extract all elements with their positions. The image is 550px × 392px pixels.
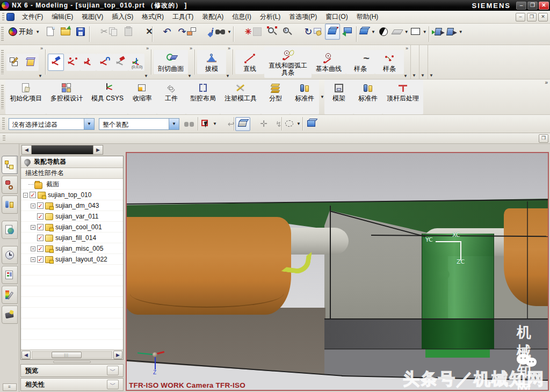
parting-button[interactable]: 分型 xyxy=(261,79,290,114)
studio-spline-button[interactable]: 样条 xyxy=(375,50,404,74)
tree-row-dm[interactable]: + ✓ sujian_dm_043 xyxy=(21,200,123,211)
expand-icon[interactable]: + xyxy=(31,204,35,208)
resource-tab-constraint-navigator[interactable] xyxy=(2,176,18,194)
window-minimize-button[interactable]: – xyxy=(516,2,526,10)
rotate-view-button[interactable]: ↻ xyxy=(295,24,310,40)
overflow-chevron-icon[interactable]: » xyxy=(190,46,192,51)
standard-parts-button[interactable]: 标准件 xyxy=(290,79,319,114)
menu-help[interactable]: 帮助(H) xyxy=(352,11,383,23)
chevron-down-icon[interactable]: ﹀ xyxy=(107,380,119,389)
panel-splitter[interactable] xyxy=(20,360,124,364)
expand-icon[interactable]: + xyxy=(31,257,35,262)
pan-view-button[interactable] xyxy=(310,24,325,40)
mold-base-button[interactable]: 模架 xyxy=(324,79,353,114)
snap-point-button[interactable]: ✛ xyxy=(250,117,265,131)
toolbar-grip[interactable] xyxy=(1,85,4,110)
snap-curve-button[interactable]: ↯ xyxy=(265,117,280,131)
document-restore-button[interactable]: ❐ xyxy=(527,13,537,21)
checkbox-icon[interactable]: ✓ xyxy=(37,213,44,220)
menu-window[interactable]: 窗口(O) xyxy=(321,11,352,23)
ejector-post-button[interactable]: 顶杆后处理 xyxy=(382,79,423,114)
toolbar-options-icon[interactable]: ▼ xyxy=(187,74,192,78)
overflow-chevron-icon[interactable]: » xyxy=(406,46,408,51)
line-arc-toolbar-button[interactable]: 直线和圆弧工 具条 xyxy=(264,47,312,78)
toolbar-options-icon[interactable]: ▼ xyxy=(421,73,425,78)
scroll-track[interactable] xyxy=(32,351,112,359)
expand-icon[interactable]: + xyxy=(31,225,35,230)
toolbar-options-icon[interactable]: ▼ xyxy=(38,74,42,78)
resource-tab-roles[interactable] xyxy=(2,306,18,324)
scroll-right-icon[interactable]: ▶ xyxy=(93,146,103,154)
tree-row-cool[interactable]: + ✓ sujian_cool_001 xyxy=(21,222,123,233)
menu-preferences[interactable]: 首选项(P) xyxy=(285,11,321,23)
sketch-button[interactable] xyxy=(6,54,23,71)
menu-file[interactable]: 文件(F) xyxy=(18,11,47,23)
overflow-chevron-icon[interactable]: » xyxy=(545,79,548,85)
resource-tab-visualization[interactable] xyxy=(2,286,18,304)
shrinkage-button[interactable]: 收缩率 xyxy=(128,79,157,114)
wcs-axis-line[interactable] xyxy=(460,241,461,260)
toolbar-options-icon[interactable]: ▼ xyxy=(403,74,408,78)
scroll-left-icon[interactable]: ◀ xyxy=(21,351,31,359)
snap-shaded-button[interactable] xyxy=(235,117,250,131)
zoom-disabled-button[interactable] xyxy=(250,24,265,40)
menu-edit[interactable]: 编辑(E) xyxy=(47,11,77,23)
csys-offset-button[interactable] xyxy=(112,54,128,71)
toolbar-options-icon[interactable]: ▼ xyxy=(429,73,433,78)
checkbox-icon[interactable]: ✓ xyxy=(37,245,44,252)
tree-row-fill[interactable]: ✓ sujian_fill_014 xyxy=(21,233,123,243)
resource-bar-scroll-button[interactable]: ≡ xyxy=(3,383,17,391)
resource-tab-assembly-navigator[interactable] xyxy=(2,156,18,174)
preview-section-header[interactable]: 预览 ﹀ xyxy=(20,364,124,377)
chevron-down-icon[interactable]: ﹀ xyxy=(107,366,119,375)
export-part-button[interactable]: ▼ xyxy=(445,24,464,40)
graphics-viewport[interactable]: YC XC ZC Z TFR-ISO WORK Camera TFR-ISO xyxy=(126,152,549,391)
dependencies-section-header[interactable]: 相关性 ﹀ xyxy=(20,378,124,391)
lasso-button[interactable]: ▼ xyxy=(283,117,301,131)
view-popup-button[interactable] xyxy=(340,24,355,40)
toolbar-options-icon[interactable]: ▼ xyxy=(144,74,148,78)
cut-button[interactable]: ✂ xyxy=(91,24,106,40)
tree-row-top[interactable]: − ✓ sujian_top_010 xyxy=(21,190,123,200)
wcs-axis-line[interactable] xyxy=(436,241,461,242)
toolbar-grip[interactable] xyxy=(1,27,4,41)
csys-dynamic-button[interactable] xyxy=(48,54,64,71)
orange-insert-right[interactable] xyxy=(504,208,549,306)
menu-information[interactable]: 信息(I) xyxy=(228,11,255,23)
tree-row-layout[interactable]: + ✓ sujian_layout_022 xyxy=(21,254,123,265)
spline-button[interactable]: ~ 样条 xyxy=(346,50,375,74)
window-close-button[interactable]: ✕ xyxy=(539,2,549,10)
scroll-left-icon[interactable]: ◀ xyxy=(22,146,32,154)
mold-csys-button[interactable]: 模具 CSYS xyxy=(87,79,128,114)
menu-analysis[interactable]: 分析(L) xyxy=(256,11,285,23)
render-style-button[interactable] xyxy=(376,24,391,40)
select-tool-button[interactable]: ▼ xyxy=(199,117,218,131)
basic-curves-button[interactable]: 基本曲线 xyxy=(312,50,346,74)
tree-row-sections[interactable]: 截面 xyxy=(21,179,123,190)
menu-tools[interactable]: 工具(T) xyxy=(168,11,198,23)
navigator-pin-icon[interactable] xyxy=(23,157,32,166)
overflow-chevron-icon[interactable]: » xyxy=(40,46,43,51)
redo-button[interactable]: ↷ xyxy=(169,24,184,40)
find-component-button[interactable] xyxy=(182,117,197,131)
navigator-h-scrollbar[interactable]: ◀ ▶ xyxy=(21,350,123,359)
undo-button[interactable]: ↶ xyxy=(154,24,169,40)
cavity-layout-button[interactable]: 型腔布局 xyxy=(186,79,220,114)
start-menu-button[interactable]: 开始 ▼ xyxy=(5,24,43,40)
open-file-button[interactable] xyxy=(58,24,73,40)
background-button[interactable]: ▼ xyxy=(409,24,428,40)
toolbar-options-icon[interactable]: ▼ xyxy=(226,74,230,78)
collapse-icon[interactable]: − xyxy=(23,193,28,198)
multi-cavity-button[interactable]: 多腔模设计 xyxy=(46,79,87,114)
green-column[interactable] xyxy=(422,234,494,320)
arrange-windows-button[interactable] xyxy=(184,24,199,40)
toolbar-options-icon[interactable]: ▼ xyxy=(412,73,416,78)
chevron-down-icon[interactable]: ▼ xyxy=(320,95,324,99)
new-file-button[interactable] xyxy=(43,24,58,40)
find-button[interactable]: ▼ xyxy=(214,24,232,40)
line-button[interactable]: 直线 xyxy=(235,50,264,74)
combo-arrow-icon[interactable]: ▼ xyxy=(169,119,179,129)
scroll-thumb[interactable] xyxy=(32,146,93,154)
draft-button[interactable]: 拔模 xyxy=(197,50,226,74)
toolbar-grip[interactable] xyxy=(1,50,4,74)
